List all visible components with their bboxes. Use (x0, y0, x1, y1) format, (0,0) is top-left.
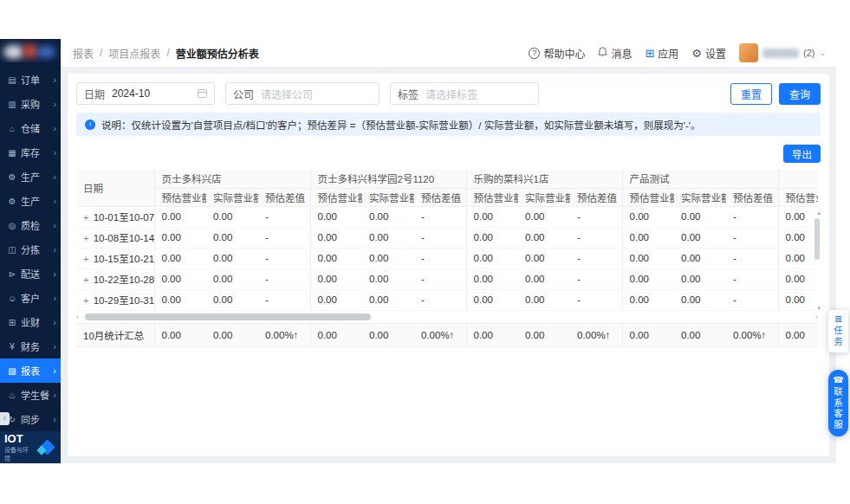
sidebar-item-label: 学生餐 (21, 388, 49, 402)
value-cell: 0.00 (778, 206, 818, 227)
value-cell: 0.00 (518, 206, 570, 227)
reset-button[interactable]: 重置 (730, 83, 772, 105)
settings-button[interactable]: ⚙ 设置 (691, 46, 726, 61)
company-filter-input[interactable]: 公司 请选择公司 (225, 82, 380, 105)
sidebar-item-label: 生产 (21, 194, 49, 208)
export-button[interactable]: 导出 (783, 145, 821, 163)
value-cell: 0.00 (362, 268, 414, 289)
customer-service-widget[interactable]: ☎ 联系客服 (828, 370, 848, 436)
vscroll-thumb[interactable] (814, 218, 820, 260)
sidebar-item-配送[interactable]: ⊳配送› (0, 262, 61, 286)
expand-icon[interactable]: + (83, 212, 89, 223)
summary-cell: 0.00 (362, 323, 414, 346)
chevron-right-icon: › (53, 196, 56, 206)
sidebar-item-库存[interactable]: ▦库存› (0, 140, 61, 165)
sidebar-item-label: 分拣 (21, 242, 49, 256)
value-cell: 0.00 (310, 248, 362, 268)
summary-cell: 0.00%↑ (258, 323, 310, 346)
apps-label: 应用 (658, 46, 678, 61)
row-date-cell: +10-08至10-14 (76, 227, 154, 248)
sidebar-item-仓储[interactable]: ⌂仓储› (0, 116, 61, 140)
value-cell: 0.00 (622, 268, 674, 289)
summary-cell: 0.00 (778, 323, 818, 346)
sidebar-item-报表[interactable]: ▨报表› (0, 359, 61, 383)
sidebar-item-label: 仓储 (21, 121, 49, 135)
value-cell: - (726, 206, 778, 227)
date-filter-input[interactable]: 日期 2024-10 (76, 82, 215, 105)
value-cell: 0.00 (518, 248, 570, 268)
logo-blob (36, 46, 55, 58)
sidebar-item-生产[interactable]: ⚙生产› (0, 165, 61, 189)
expand-icon[interactable]: + (83, 275, 89, 285)
sidebar-item-质检[interactable]: ◎质检› (0, 213, 61, 237)
date-filter-value: 2024-10 (112, 87, 150, 100)
expand-icon[interactable]: + (83, 254, 89, 264)
column-subheader: 预估差值 (726, 188, 778, 206)
summary-cell: 0.00%↑ (570, 323, 622, 346)
summary-table: 10月统计汇总0.000.000.00%↑0.000.000.00%↑0.000… (76, 323, 818, 347)
sidebar-item-生产[interactable]: ⚙生产› (0, 189, 61, 213)
value-cell: 0.00 (674, 248, 726, 268)
breadcrumb-item-1[interactable]: 报表 (73, 46, 94, 61)
column-subheader: 实际营业额 (206, 188, 258, 206)
sidebar-item-label: 质检 (21, 218, 49, 232)
table-row: +10-29至10-310.000.00-0.000.00-0.000.00-0… (76, 289, 818, 310)
column-subheader: 预估营业额 (622, 188, 674, 206)
breadcrumb-item-2[interactable]: 项目点报表 (108, 46, 160, 61)
value-cell: 0.00 (518, 227, 570, 248)
sidebar-item-学生餐[interactable]: ♨学生餐› (0, 383, 61, 407)
apps-button[interactable]: ⊞ 应用 (645, 46, 678, 61)
tag-filter-input[interactable]: 标签 请选择标签 (390, 82, 539, 105)
reports-icon: ▨ (7, 366, 17, 376)
expand-icon[interactable]: + (83, 233, 89, 243)
chevron-right-icon: › (53, 244, 56, 255)
scroll-left-icon[interactable]: ‹ (76, 312, 79, 322)
summary-cell: 0.00%↑ (414, 323, 466, 346)
sidebar-item-订单[interactable]: ▤订单› (0, 68, 61, 92)
value-cell: 0.00 (154, 268, 206, 289)
scroll-down-icon[interactable]: ▾ (817, 305, 821, 312)
task-widget[interactable]: ≣ 任务 (828, 310, 848, 352)
value-cell: 0.00 (466, 289, 518, 310)
sidebar-item-采购[interactable]: ▥采购› (0, 92, 61, 116)
sorting-icon: ◫ (7, 245, 17, 255)
expand-icon[interactable]: + (83, 295, 89, 306)
row-date-cell: +10-29至10-31 (76, 289, 154, 310)
value-cell: 0.00 (206, 206, 258, 227)
value-cell: 0.00 (206, 227, 258, 248)
sidebar-collapse-button[interactable]: ‹ (0, 412, 10, 425)
hscroll-thumb[interactable] (85, 313, 371, 320)
value-cell: 0.00 (154, 227, 206, 248)
sidebar-item-label: 同步 (21, 412, 49, 426)
sidebar-item-客户[interactable]: ☺客户› (0, 286, 61, 310)
user-menu[interactable]: (2) ⌄ (739, 43, 826, 62)
settings-label: 设置 (705, 46, 726, 61)
value-cell: 0.00 (674, 227, 726, 248)
finance-icon: ¥ (7, 342, 17, 352)
sidebar-item-业财[interactable]: ⊞业财› (0, 310, 61, 334)
help-center-button[interactable]: ? 帮助中心 (529, 46, 585, 61)
value-cell: 0.00 (674, 268, 726, 289)
sidebar-item-财务[interactable]: ¥财务› (0, 334, 61, 359)
sidebar-item-分拣[interactable]: ◫分拣› (0, 237, 61, 262)
messages-button[interactable]: 消息 (598, 46, 632, 61)
table-row: +10-15至10-210.000.00-0.000.00-0.000.00-0… (76, 248, 818, 268)
scroll-right-icon[interactable]: › (815, 312, 818, 322)
summary-cell: 0.00 (206, 323, 258, 346)
help-label: 帮助中心 (543, 46, 585, 61)
column-group-header-overflow (778, 170, 818, 188)
row-date-cell: +10-15至10-21 (76, 248, 154, 268)
scroll-up-icon[interactable]: ▴ (817, 210, 821, 216)
chevron-down-icon: ⌄ (819, 48, 826, 57)
column-group-header: 页士多科兴科学园2号1120 (310, 170, 466, 188)
purchasing-icon: ▥ (7, 100, 17, 109)
sidebar-item-label: 采购 (21, 97, 49, 111)
value-cell: 0.00 (622, 289, 674, 310)
notice-banner: ! 说明：仅统计设置为'自营项目点/档口'的客户；预估差异 =（预估营业额-实际… (76, 113, 821, 136)
search-button[interactable]: 查询 (779, 83, 821, 105)
column-subheader: 预估营业额 (466, 188, 518, 206)
column-subheader: 实际营业额 (674, 188, 726, 206)
summary-cell: 0.00 (466, 323, 518, 346)
summary-cell: 0.00 (310, 323, 362, 346)
horizontal-scrollbar[interactable]: ‹ › (76, 312, 818, 322)
